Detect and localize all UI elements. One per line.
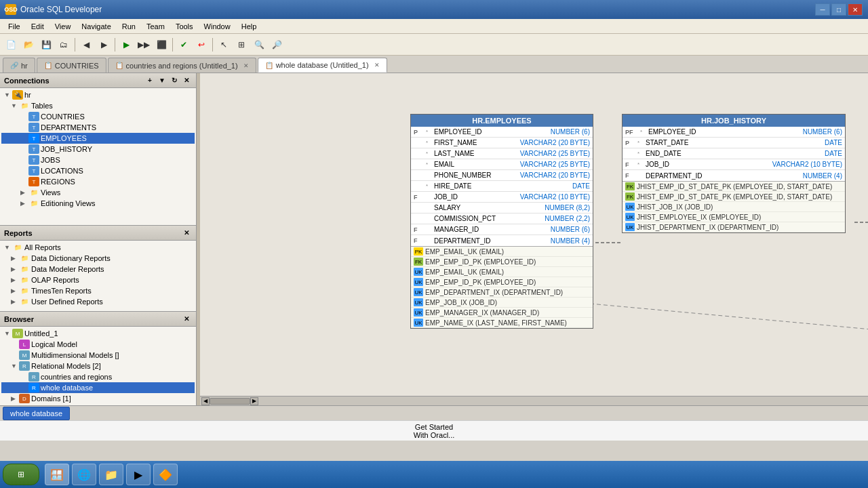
menu-team[interactable]: Team [141, 21, 170, 32]
connections-panel: Connections + ▼ ↻ ✕ ▼ 🔌 hr ▼ 📁 Tables [0, 73, 196, 225]
idx-name: EMP_NAME_IX (LAST_NAME, FIRST_NAME) [425, 319, 567, 327]
main-canvas: HR.EMPLOYEES P * EMPLOYEE_ID NUMBER (6) … [200, 73, 868, 405]
connections-root[interactable]: ▼ 🔌 hr [1, 89, 195, 100]
commit-button[interactable]: ✔ [176, 37, 192, 53]
ev-folder-icon: 📁 [28, 199, 39, 208]
tab-cr-close[interactable]: ✕ [243, 62, 249, 69]
tree-departments[interactable]: T DEPARTMENTS [1, 122, 195, 133]
tree-employees[interactable]: T EMPLOYEES [1, 133, 195, 144]
tab-hr[interactable]: 🔗 hr [3, 58, 35, 73]
browser-whole-database[interactable]: R whole database [1, 382, 195, 393]
table-hr-employees[interactable]: HR.EMPLOYEES P * EMPLOYEE_ID NUMBER (6) … [410, 114, 593, 329]
open-button[interactable]: 📂 [20, 37, 37, 53]
row-key: F [625, 161, 637, 168]
reports-tree: ▼ 📁 All Reports ▶ 📁 Data Dictionary Repo… [0, 241, 196, 311]
report-data-modeler[interactable]: ▶ 📁 Data Modeler Reports [1, 264, 195, 274]
save-button[interactable]: 💾 [38, 37, 54, 53]
tree-views[interactable]: ▶ 📁 Views [1, 187, 195, 198]
menu-view[interactable]: View [50, 21, 77, 32]
minimize-button[interactable]: ─ [815, 3, 830, 16]
connections-filter-icon[interactable]: ▼ [157, 75, 167, 86]
connections-add-icon[interactable]: + [144, 75, 155, 86]
browser-close-icon[interactable]: ✕ [181, 314, 192, 325]
browser-logical[interactable]: L Logical Model [1, 339, 195, 350]
browser-relational[interactable]: ▼ R Relational Models [2] [1, 361, 195, 371]
olap-icon: 📁 [19, 275, 30, 285]
taskbar-app-chrome[interactable]: 🌐 [72, 464, 96, 485]
row-key: F [414, 194, 426, 201]
tree-regions[interactable]: T REGIONS [1, 176, 195, 187]
get-started-line2: With Oracl... [414, 431, 455, 439]
scroll-thumb[interactable] [210, 398, 250, 405]
menu-run[interactable]: Run [117, 21, 141, 32]
report-user-defined[interactable]: ▶ 📁 User Defined Reports [1, 296, 195, 307]
report-all[interactable]: ▼ 📁 All Reports [1, 242, 195, 253]
save-all-button[interactable]: 🗂 [56, 37, 72, 53]
row-constraint: * [637, 140, 646, 146]
horizontal-scrollbar[interactable]: ◀ ▶ [200, 396, 868, 405]
reports-close-icon[interactable]: ✕ [181, 228, 192, 239]
forward-button[interactable]: ▶ [96, 37, 112, 53]
report-timesten[interactable]: ▶ 📁 TimesTen Reports [1, 285, 195, 296]
taskbar-app-media[interactable]: ▶ [126, 464, 151, 485]
row-type: NUMBER (6) [551, 128, 590, 136]
menu-edit[interactable]: Edit [26, 21, 50, 32]
tree-job-history[interactable]: T JOB_HISTORY [1, 144, 195, 155]
tab-wd-close[interactable]: ✕ [374, 62, 380, 68]
cursor-button[interactable]: ↖ [216, 37, 232, 53]
menu-help[interactable]: Help [236, 21, 262, 32]
tree-countries[interactable]: T COUNTRIES [1, 111, 195, 122]
tree-locations[interactable]: T LOCATIONS [1, 165, 195, 176]
scroll-left-arrow[interactable]: ◀ [201, 397, 210, 405]
browser-domains[interactable]: ▶ D Domains [1] [1, 393, 195, 404]
tree-jobs[interactable]: T JOBS [1, 155, 195, 165]
idx-name: EMP_EMP_ID_PK (EMPLOYEE_ID) [425, 258, 536, 266]
run-script-button[interactable]: ▶▶ [136, 37, 152, 53]
rollback-button[interactable]: ↩ [193, 37, 210, 53]
uk-icon: UK [414, 308, 423, 317]
run-button[interactable]: ▶ [118, 37, 134, 53]
scroll-right-arrow[interactable]: ▶ [250, 397, 258, 405]
tab-whole-database[interactable]: 📋 whole database (Untitled_1) ✕ [258, 58, 387, 73]
idx-name: EMP_DEPARTMENT_IX (DEPARTMENT_ID) [425, 289, 563, 296]
taskbar-app-explorer[interactable]: 📁 [99, 464, 123, 485]
stop-button[interactable]: ⬛ [153, 37, 170, 53]
taskbar-app-windows[interactable]: 🪟 [45, 464, 69, 485]
bottom-tab-whole-database[interactable]: whole database [3, 407, 70, 420]
table-hr-job-history[interactable]: HR.JOB_HISTORY PF * EMPLOYEE_ID NUMBER (… [622, 114, 846, 233]
employees-row-2: * LAST_NAME VARCHAR2 (25 BYTE) [411, 148, 593, 159]
diagram-area[interactable]: HR.EMPLOYEES P * EMPLOYEE_ID NUMBER (6) … [200, 73, 868, 405]
title-bar: OSD Oracle SQL Developer ─ □ ✕ [0, 0, 868, 19]
browser-countries-regions[interactable]: R countries and regions [1, 371, 195, 382]
zoom-out-button[interactable]: 🔎 [269, 37, 285, 53]
domains-label: Domains [1] [31, 394, 71, 403]
report-data-dict[interactable]: ▶ 📁 Data Dictionary Reports [1, 253, 195, 264]
zoom-in-button[interactable]: 🔍 [251, 37, 267, 53]
menu-window[interactable]: Window [199, 21, 236, 32]
report-olap[interactable]: ▶ 📁 OLAP Reports [1, 274, 195, 285]
tree-item-tables[interactable]: ▼ 📁 Tables [1, 100, 195, 111]
row-type: NUMBER (6) [551, 226, 590, 233]
start-button[interactable]: ⊞ [3, 464, 39, 485]
browser-untitled1[interactable]: ▼ M Untitled_1 [1, 328, 195, 339]
close-button[interactable]: ✕ [848, 3, 863, 16]
connections-refresh-icon[interactable]: ↻ [169, 75, 180, 86]
connections-close-icon[interactable]: ✕ [181, 75, 192, 86]
new-button[interactable]: 📄 [3, 37, 19, 53]
row-constraint: * [426, 183, 434, 189]
row-type: VARCHAR2 (10 BYTE) [520, 193, 590, 201]
tab-countries-regions[interactable]: 📋 countries and regions (Untitled_1) ✕ [108, 58, 256, 73]
maximize-button[interactable]: □ [831, 3, 846, 16]
back-button[interactable]: ◀ [78, 37, 94, 53]
menu-file[interactable]: File [3, 21, 26, 32]
browser-multidim[interactable]: M Multidimensional Models [] [1, 350, 195, 361]
grid-button[interactable]: ⊞ [233, 37, 250, 53]
taskbar-app-oracle[interactable]: 🔶 [153, 464, 178, 485]
row-name: EMPLOYEE_ID [434, 128, 548, 136]
connections-root-label: hr [24, 91, 31, 99]
menu-tools[interactable]: Tools [170, 21, 199, 32]
tree-editioning-views[interactable]: ▶ 📁 Editioning Views [1, 198, 195, 209]
title-bar-controls[interactable]: ─ □ ✕ [815, 3, 863, 16]
menu-navigate[interactable]: Navigate [76, 21, 116, 32]
tab-countries[interactable]: 📋 COUNTRIES [37, 58, 106, 73]
